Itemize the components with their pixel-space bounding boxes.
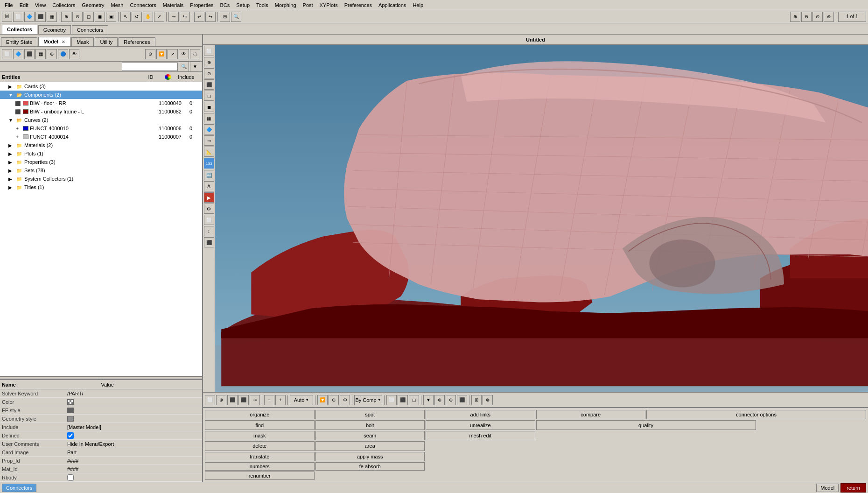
connector-btn-translate[interactable]: translate: [205, 452, 315, 461]
toolbar-btn-fit[interactable]: ⊞: [220, 12, 230, 22]
side-btn-17[interactable]: ⬛: [204, 237, 214, 247]
menu-mesh[interactable]: Mesh: [108, 1, 126, 9]
connector-btn-area[interactable]: area: [315, 441, 425, 451]
tree-item-biw-floor[interactable]: ⬛ BIW - floor - RR 11000040 0: [0, 99, 202, 107]
bottom-btn-10[interactable]: ⬜: [386, 395, 397, 405]
toolbar-btn-arrow[interactable]: ↖: [120, 12, 131, 22]
left-btn-6[interactable]: 🔵: [58, 49, 68, 59]
side-btn-2[interactable]: ⊕: [204, 57, 214, 67]
tab-collectors[interactable]: Collectors: [2, 25, 37, 34]
expand-icon-plots[interactable]: ▶: [8, 151, 15, 156]
connector-btn-renumber[interactable]: renumber: [205, 472, 315, 480]
left-btn-4[interactable]: ▦: [35, 49, 46, 59]
menu-geometry[interactable]: Geometry: [79, 1, 107, 9]
connector-btn-spot[interactable]: spot: [315, 410, 425, 419]
props-checkbox-rbody[interactable]: [67, 474, 74, 481]
bottom-btn-8[interactable]: ⊙: [329, 395, 339, 405]
viewport[interactable]: X Z Y: [215, 45, 868, 392]
menu-setup[interactable]: Setup: [233, 1, 252, 9]
connector-btn-numbers[interactable]: numbers: [205, 462, 315, 471]
side-btn-5[interactable]: ◻: [204, 91, 214, 101]
side-btn-4[interactable]: ⬛: [204, 79, 214, 90]
bottom-btn-15[interactable]: ⊖: [446, 395, 456, 405]
expand-icon-materials[interactable]: ▶: [8, 143, 15, 148]
connector-btn-unrealize[interactable]: unrealize: [426, 420, 535, 430]
connector-btn-organize[interactable]: organize: [205, 410, 315, 419]
toolbar-btn-9[interactable]: ◼: [95, 12, 105, 22]
bottom-btn-14[interactable]: ⊕: [434, 395, 445, 405]
bottom-btn-2[interactable]: ⊕: [216, 395, 226, 405]
connector-btn-meshedit[interactable]: mesh edit: [426, 431, 535, 440]
menu-edit[interactable]: Edit: [17, 1, 31, 9]
menu-applications[interactable]: Applications: [376, 1, 409, 9]
menu-xyplots[interactable]: XYPlots: [317, 1, 341, 9]
tab-model[interactable]: Model ✕: [38, 37, 70, 46]
bottom-btn-bycomp[interactable]: By Comp ▼: [354, 395, 382, 405]
side-btn-8[interactable]: 🔷: [204, 124, 214, 134]
menu-preferences[interactable]: Preferences: [342, 1, 375, 9]
side-btn-12[interactable]: A: [204, 181, 214, 191]
toolbar-btn-2[interactable]: ⬜: [13, 12, 23, 22]
tree-item-funct1[interactable]: ＋ FUNCT 4000010 11000006 0: [0, 124, 202, 133]
tree-item-curves[interactable]: ▼ 📂 Curves (2): [0, 116, 202, 124]
bottom-btn-auto[interactable]: Auto ▼: [290, 395, 313, 405]
toolbar-btn-15[interactable]: ⊙: [812, 12, 823, 22]
tree-item-plots[interactable]: ▶ 📁 Plots (1): [0, 149, 202, 158]
expand-icon-syscol[interactable]: ▶: [8, 176, 15, 182]
tree-item-funct2[interactable]: ＋ FUNCT 4000014 11000007 0: [0, 133, 202, 141]
toolbar-btn-17[interactable]: 1 of 1: [838, 12, 866, 22]
left-btn-5[interactable]: ⊕: [47, 49, 57, 59]
menu-collectors[interactable]: Collectors: [49, 1, 78, 9]
toolbar-btn-7[interactable]: ⊙: [72, 12, 83, 22]
expand-icon-components[interactable]: ▼: [8, 92, 15, 98]
bottom-btn-16[interactable]: ⬛: [457, 395, 467, 405]
bottom-btn-11[interactable]: ⬛: [398, 395, 408, 405]
side-btn-15[interactable]: ⬜: [204, 215, 214, 225]
side-btn-6[interactable]: ◼: [204, 102, 214, 112]
search-input[interactable]: [122, 63, 178, 71]
menu-properties[interactable]: Properties: [187, 1, 216, 9]
bottom-btn-4[interactable]: ⬛: [238, 395, 249, 405]
tab-connectors[interactable]: Connectors: [72, 25, 108, 34]
left-btn-filter[interactable]: 🔽: [156, 49, 167, 59]
tree-item-sets[interactable]: ▶ 📁 Sets (78): [0, 166, 202, 175]
connector-btn-mask[interactable]: mask: [205, 431, 315, 440]
side-btn-1[interactable]: ⬜: [204, 46, 214, 56]
left-btn-eye[interactable]: 👁: [179, 49, 189, 59]
side-btn-11[interactable]: 🔤: [204, 170, 214, 180]
bottom-btn-minus[interactable]: −: [264, 395, 274, 405]
left-btn-display[interactable]: ⊙: [145, 49, 155, 59]
expand-icon-cards[interactable]: ▶: [8, 84, 15, 89]
bottom-btn-9[interactable]: ⚙: [340, 395, 350, 405]
menu-materials[interactable]: Materials: [160, 1, 187, 9]
return-button[interactable]: return: [840, 483, 866, 493]
connector-btn-addlinks[interactable]: add links: [426, 410, 535, 419]
connector-btn-find[interactable]: find: [205, 420, 315, 430]
tree-item-system-collectors[interactable]: ▶ 📁 System Collectors (1): [0, 175, 202, 183]
menu-post[interactable]: Post: [300, 1, 316, 9]
side-btn-13[interactable]: ▶: [204, 192, 214, 203]
connector-btn-quality[interactable]: quality: [536, 420, 756, 430]
menu-morphing[interactable]: Morphing: [272, 1, 299, 9]
side-btn-3[interactable]: ⊙: [204, 68, 214, 78]
tab-utility[interactable]: Utility: [95, 37, 118, 46]
search-options-icon[interactable]: ▼: [190, 62, 200, 72]
tab-entity-state[interactable]: Entity State: [1, 37, 37, 46]
menu-connectors[interactable]: Connectors: [127, 1, 159, 9]
bottom-btn-plus[interactable]: +: [275, 395, 286, 405]
left-btn-eye2[interactable]: ◌: [190, 49, 200, 59]
tree-item-materials[interactable]: ▶ 📁 Materials (2): [0, 141, 202, 149]
menu-file[interactable]: File: [2, 1, 16, 9]
left-btn-2[interactable]: 🔷: [13, 49, 23, 59]
menu-help[interactable]: Help: [410, 1, 426, 9]
menu-bcs[interactable]: BCs: [217, 1, 233, 9]
bottom-btn-17[interactable]: ⊞: [471, 395, 482, 405]
toolbar-btn-11[interactable]: ⊸: [168, 12, 179, 22]
side-btn-16[interactable]: ↕: [204, 226, 214, 236]
connector-btn-delete[interactable]: delete: [205, 441, 315, 451]
left-btn-7[interactable]: 👁: [69, 49, 79, 59]
toolbar-btn-3[interactable]: 🔷: [24, 12, 35, 22]
props-checkbox-defined[interactable]: [67, 432, 74, 439]
tab-geometry[interactable]: Geometry: [38, 25, 71, 34]
tree-item-components[interactable]: ▼ 📂 Components (2): [0, 91, 202, 99]
